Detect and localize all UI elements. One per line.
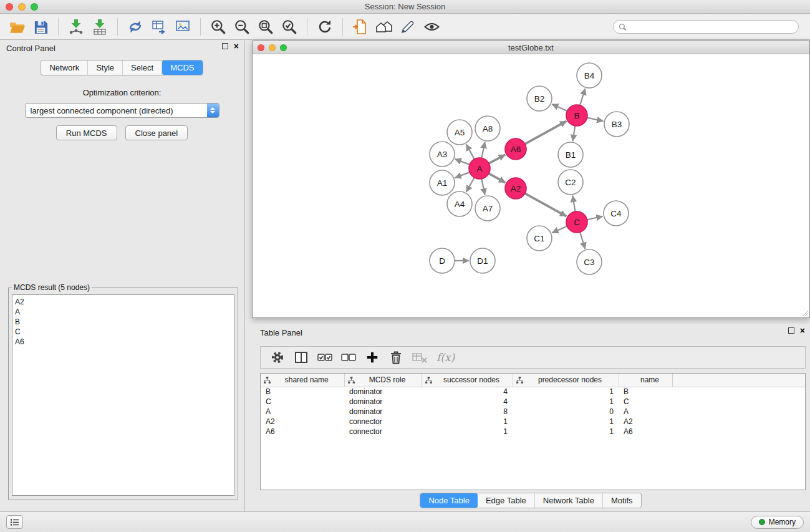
task-history-button[interactable] bbox=[6, 515, 23, 529]
function-builder-button[interactable]: f(x) bbox=[436, 351, 455, 364]
network-minimize-button[interactable] bbox=[269, 44, 276, 51]
close-panel-button[interactable]: Close panel bbox=[125, 125, 188, 140]
tab-select[interactable]: Select bbox=[123, 60, 162, 75]
svg-text:A1: A1 bbox=[437, 178, 448, 188]
graph-node-C3[interactable]: C3 bbox=[577, 249, 602, 274]
table-row[interactable]: Adominator80A bbox=[261, 407, 805, 417]
select-all-columns-button[interactable] bbox=[314, 348, 335, 367]
mcds-result-item[interactable]: A bbox=[15, 307, 234, 317]
mcds-result-item[interactable]: A6 bbox=[15, 337, 234, 347]
graph-node-A6[interactable]: A6 bbox=[505, 138, 526, 160]
graph-node-C1[interactable]: C1 bbox=[527, 226, 552, 251]
table-row[interactable]: A6connector11A6 bbox=[261, 427, 805, 437]
zoom-fit-button[interactable] bbox=[254, 16, 277, 37]
graph-node-B3[interactable]: B3 bbox=[604, 112, 629, 137]
control-panel-header: Control Panel × bbox=[0, 40, 244, 56]
tab-edge-table[interactable]: Edge Table bbox=[478, 493, 535, 508]
tab-network-table[interactable]: Network Table bbox=[535, 493, 603, 508]
close-table-panel-icon[interactable]: × bbox=[800, 327, 805, 334]
search-box[interactable] bbox=[613, 20, 799, 34]
gear-icon bbox=[270, 350, 285, 365]
import-table-file-button[interactable] bbox=[88, 16, 112, 37]
table-row[interactable]: Cdominator41C bbox=[261, 397, 805, 407]
run-mcds-button[interactable]: Run MCDS bbox=[56, 125, 117, 140]
mcds-result-item[interactable]: C bbox=[15, 327, 234, 337]
import-network-file-button[interactable] bbox=[64, 16, 88, 37]
column-header-successor-nodes[interactable]: successor nodes bbox=[422, 374, 513, 387]
create-column-button[interactable] bbox=[362, 348, 383, 367]
graph-node-A7[interactable]: A7 bbox=[475, 196, 500, 221]
tab-node-table[interactable]: Node Table bbox=[420, 493, 478, 508]
mcds-result-item[interactable]: B bbox=[15, 317, 234, 327]
export-table-button[interactable] bbox=[147, 16, 171, 37]
graph-node-D[interactable]: D bbox=[430, 248, 455, 273]
graph-node-A4[interactable]: A4 bbox=[447, 191, 472, 216]
delete-column-button[interactable] bbox=[385, 348, 407, 367]
table-settings-button[interactable] bbox=[267, 348, 288, 367]
memory-button[interactable]: Memory bbox=[751, 516, 804, 529]
table-panel: Table Panel × bbox=[251, 324, 810, 511]
search-input[interactable] bbox=[630, 22, 793, 31]
tab-network[interactable]: Network bbox=[41, 60, 88, 75]
close-window-button[interactable] bbox=[6, 3, 13, 11]
column-header-shared-name[interactable]: shared name bbox=[261, 374, 344, 387]
svg-text:B4: B4 bbox=[584, 71, 595, 80]
column-header-mcds-role[interactable]: MCDS role bbox=[344, 374, 422, 387]
save-session-button[interactable] bbox=[29, 16, 52, 37]
node-table[interactable]: shared name MCDS role successor nodes bbox=[260, 373, 806, 490]
column-header-filler bbox=[672, 374, 805, 387]
graph-node-C2[interactable]: C2 bbox=[558, 170, 583, 195]
tab-motifs[interactable]: Motifs bbox=[603, 493, 641, 508]
minimize-window-button[interactable] bbox=[18, 3, 26, 11]
annotation-button[interactable] bbox=[396, 16, 420, 37]
export-network-button[interactable] bbox=[123, 16, 147, 37]
graph-node-A3[interactable]: A3 bbox=[430, 142, 455, 167]
network-window-titlebar[interactable]: testGlobe.txt bbox=[253, 41, 809, 54]
open-style-button[interactable] bbox=[349, 16, 372, 37]
open-session-button[interactable] bbox=[5, 16, 29, 37]
zoom-window-button[interactable] bbox=[31, 3, 38, 11]
graph-node-A1[interactable]: A1 bbox=[430, 170, 455, 195]
delete-table-button[interactable] bbox=[409, 348, 430, 367]
graph-node-B4[interactable]: B4 bbox=[577, 63, 602, 88]
network-canvas[interactable]: B4B2BB3A8A5A6A3B1AA1C2A2A4A7C4CC1C3DD1 bbox=[253, 55, 809, 317]
graph-node-C[interactable]: C bbox=[566, 211, 587, 233]
network-zoom-button[interactable] bbox=[280, 44, 287, 51]
resize-grip-icon[interactable] bbox=[801, 309, 809, 317]
refresh-button[interactable] bbox=[313, 16, 337, 37]
zoom-in-button[interactable] bbox=[206, 16, 230, 37]
table-row[interactable]: Bdominator41B bbox=[261, 387, 805, 397]
unselect-all-columns-button[interactable] bbox=[338, 348, 359, 367]
graph-node-A2[interactable]: A2 bbox=[505, 178, 526, 199]
column-header-name[interactable]: name bbox=[619, 374, 672, 387]
table-row[interactable]: A2connector11A2 bbox=[261, 417, 805, 427]
graph-node-A8[interactable]: A8 bbox=[475, 116, 500, 141]
zoom-out-button[interactable] bbox=[230, 16, 254, 37]
optimization-criterion-select[interactable]: largest connected component (directed) bbox=[25, 103, 219, 118]
graph-node-A5[interactable]: A5 bbox=[447, 120, 472, 145]
svg-text:B1: B1 bbox=[566, 150, 576, 160]
graph-node-C4[interactable]: C4 bbox=[604, 201, 629, 226]
graph-node-B[interactable]: B bbox=[566, 105, 587, 126]
tab-mcds[interactable]: MCDS bbox=[162, 60, 202, 75]
application-window: Session: New Session bbox=[0, 0, 810, 532]
close-panel-icon[interactable]: × bbox=[234, 43, 239, 49]
graph-node-D1[interactable]: D1 bbox=[470, 248, 495, 273]
network-graph[interactable]: B4B2BB3A8A5A6A3B1AA1C2A2A4A7C4CC1C3DD1 bbox=[253, 55, 809, 317]
column-header-predecessor-nodes[interactable]: predecessor nodes bbox=[513, 374, 619, 387]
export-image-button[interactable] bbox=[171, 16, 195, 37]
zoom-selected-button[interactable] bbox=[277, 16, 301, 37]
show-columns-button[interactable] bbox=[291, 348, 312, 367]
tab-style[interactable]: Style bbox=[88, 60, 123, 75]
graph-node-B1[interactable]: B1 bbox=[558, 142, 583, 167]
mcds-result-item[interactable]: A2 bbox=[15, 297, 234, 307]
float-panel-icon[interactable] bbox=[222, 43, 228, 49]
float-table-panel-icon[interactable] bbox=[788, 327, 794, 334]
pencil-icon bbox=[400, 19, 416, 35]
graph-node-B2[interactable]: B2 bbox=[527, 86, 552, 111]
mcds-result-list[interactable]: A2ABCA6 bbox=[12, 294, 234, 496]
home-button[interactable] bbox=[372, 16, 396, 37]
graph-node-A[interactable]: A bbox=[469, 158, 490, 179]
show-graphics-button[interactable] bbox=[420, 16, 443, 37]
network-close-button[interactable] bbox=[258, 44, 264, 51]
